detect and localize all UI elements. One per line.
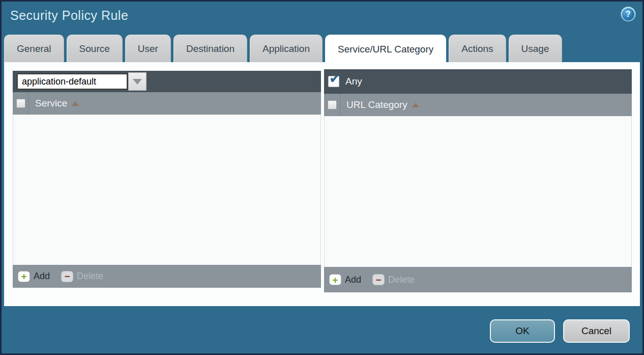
service-table-body [13, 115, 321, 265]
service-select-all-checkbox[interactable] [16, 99, 25, 108]
any-bar: ✔ Any [324, 69, 632, 94]
tab-source[interactable]: Source [67, 35, 123, 62]
dropdown-arrow-icon [133, 79, 142, 85]
ok-button[interactable]: OK [490, 319, 555, 343]
delete-button-label: Delete [77, 271, 103, 282]
service-select-all-cell [13, 92, 29, 115]
service-column-label: Service [35, 98, 67, 109]
tab-actions[interactable]: Actions [449, 35, 506, 62]
any-checkbox[interactable]: ✔ [328, 76, 339, 87]
url-category-add-button[interactable]: + Add [329, 274, 361, 285]
service-panel: Service + Add − Delete [13, 71, 321, 288]
service-delete-button[interactable]: − Delete [61, 271, 103, 282]
url-category-table-body [324, 116, 632, 267]
sort-ascending-icon [412, 103, 419, 107]
url-category-select-all-cell [324, 94, 340, 116]
add-icon: + [18, 271, 30, 282]
add-button-label: Add [345, 275, 361, 285]
url-category-column-header[interactable]: URL Category [346, 99, 419, 111]
url-category-select-all-checkbox[interactable] [328, 100, 337, 110]
service-footer: + Add − Delete [13, 265, 321, 288]
service-dropdown-button[interactable] [128, 72, 147, 91]
delete-icon: − [372, 274, 385, 285]
url-category-delete-button[interactable]: − Delete [372, 274, 415, 285]
service-toolbar [13, 71, 321, 92]
security-policy-rule-dialog: Security Policy Rule ? GeneralSourceUser… [0, 0, 644, 355]
tab-general[interactable]: General [4, 35, 64, 62]
help-icon-glyph: ? [622, 8, 634, 20]
delete-button-label: Delete [388, 275, 415, 285]
content-area: Service + Add − Delete ✔ [4, 62, 640, 306]
dialog-title: Security Policy Rule [10, 8, 128, 23]
checkmark-icon: ✔ [329, 71, 340, 87]
tab-user[interactable]: User [125, 35, 171, 62]
tab-destination[interactable]: Destination [173, 35, 247, 62]
add-button-label: Add [34, 271, 50, 282]
add-icon: + [329, 274, 341, 285]
service-header-row: Service [13, 92, 321, 115]
tab-bar: GeneralSourceUserDestinationApplicationS… [4, 35, 562, 64]
cancel-button[interactable]: Cancel [563, 319, 630, 343]
help-icon[interactable]: ? [621, 7, 636, 22]
service-column-header[interactable]: Service [35, 98, 79, 109]
url-category-header-row: URL Category [324, 94, 632, 116]
service-add-button[interactable]: + Add [18, 271, 50, 282]
service-dropdown-input[interactable] [17, 73, 128, 90]
sort-ascending-icon [72, 101, 79, 106]
url-category-footer: + Add − Delete [324, 267, 632, 292]
url-category-column-label: URL Category [346, 99, 407, 111]
url-category-panel: ✔ Any URL Category + Add [324, 69, 632, 292]
tab-usage[interactable]: Usage [509, 35, 562, 62]
delete-icon: − [61, 271, 73, 282]
tab-application[interactable]: Application [250, 35, 323, 62]
tab-service-url-category[interactable]: Service/URL Category [325, 35, 446, 64]
any-label: Any [345, 76, 362, 87]
